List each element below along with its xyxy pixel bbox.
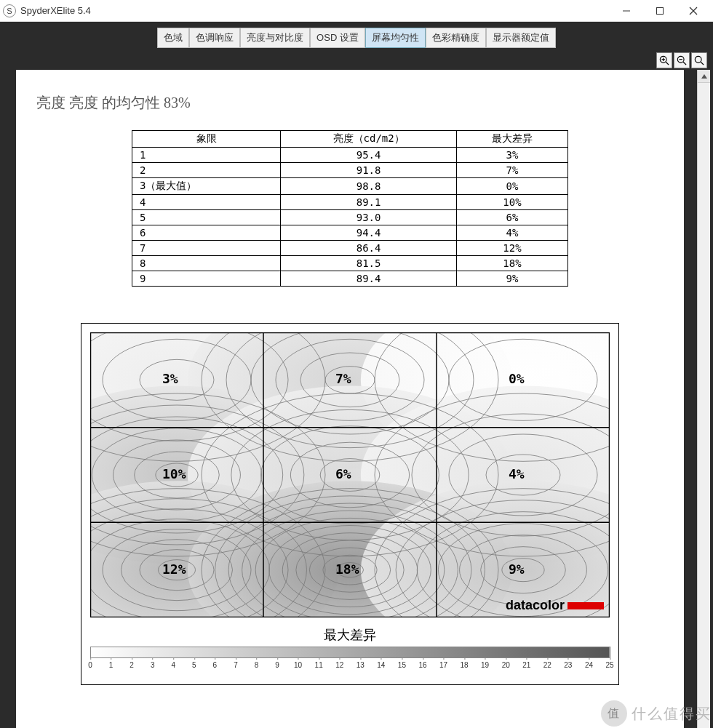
legend-tick: 4 xyxy=(171,661,175,669)
grid-label: 9% xyxy=(509,561,525,577)
table-cell: 94.4 xyxy=(281,225,457,241)
tab-brightness[interactable]: 亮度与对比度 xyxy=(240,28,310,48)
table-cell: 91.8 xyxy=(281,163,457,178)
table-row: 195.43% xyxy=(132,148,568,163)
legend-tick: 3 xyxy=(151,661,155,669)
legend-tick: 15 xyxy=(398,661,406,669)
window-titlebar: S SpyderXElite 5.4 xyxy=(0,0,713,22)
legend-tick: 24 xyxy=(585,661,593,669)
table-cell: 2 xyxy=(132,163,281,178)
legend-tick: 1 xyxy=(109,661,113,669)
table-cell: 81.5 xyxy=(281,256,457,271)
grid-label: 10% xyxy=(162,466,186,481)
legend-tick: 14 xyxy=(377,661,385,669)
legend-tick: 6 xyxy=(213,661,218,669)
svg-marker-82 xyxy=(701,74,707,79)
app-icon: S xyxy=(3,4,16,17)
table-cell: 86.4 xyxy=(281,241,457,256)
table-cell: 1 xyxy=(132,148,281,163)
table-cell: 9% xyxy=(456,271,567,287)
legend-tick: 2 xyxy=(130,661,134,669)
table-cell: 95.4 xyxy=(281,148,457,163)
tab-accuracy[interactable]: 色彩精确度 xyxy=(426,28,486,48)
legend-tick: 7 xyxy=(234,661,238,669)
legend-scale: 0123456789101112131415161718192021222324… xyxy=(90,647,610,676)
table-cell: 7 xyxy=(132,241,281,256)
table-cell: 6% xyxy=(456,210,567,225)
table-cell: 89.1 xyxy=(281,195,457,210)
table-cell: 5 xyxy=(132,210,281,225)
table-row: 694.44% xyxy=(132,225,568,241)
legend-tick: 23 xyxy=(564,661,572,669)
svg-point-11 xyxy=(695,56,701,63)
table-cell: 12% xyxy=(456,241,567,256)
grid-label: 18% xyxy=(335,561,359,577)
legend-tick: 10 xyxy=(294,661,302,669)
table-cell: 89.4 xyxy=(281,271,457,287)
table-row: 489.110% xyxy=(132,195,568,210)
page-title: 亮度 亮度 的均匀性 83% xyxy=(36,93,664,113)
legend-tick: 18 xyxy=(461,661,469,669)
table-cell: 4% xyxy=(456,225,567,241)
table-row: 989.49% xyxy=(132,271,568,287)
table-cell: 98.8 xyxy=(281,178,457,195)
close-button[interactable] xyxy=(677,0,710,22)
vertical-scrollbar[interactable] xyxy=(697,70,710,728)
scroll-up-icon[interactable] xyxy=(698,70,710,83)
table-cell: 4 xyxy=(132,195,281,210)
minimize-button[interactable] xyxy=(610,0,643,22)
legend-tick: 25 xyxy=(605,661,613,669)
legend-tick: 11 xyxy=(315,661,323,669)
uniformity-table: 象限亮度（cd/m2）最大差异 195.43%291.87%3（最大值）98.8… xyxy=(132,130,568,287)
maximize-button[interactable] xyxy=(643,0,677,22)
report-page: 亮度 亮度 的均匀性 83% 象限亮度（cd/m2）最大差异 195.43%29… xyxy=(16,70,684,728)
legend-tick: 9 xyxy=(275,661,279,669)
table-row: 3（最大值）98.80% xyxy=(132,178,568,195)
table-cell: 10% xyxy=(456,195,567,210)
zoom-out-button[interactable] xyxy=(674,52,690,68)
svg-line-12 xyxy=(701,62,704,65)
legend-tick: 16 xyxy=(418,661,426,669)
table-header: 象限 xyxy=(132,131,281,148)
grid-label: 7% xyxy=(335,371,351,386)
table-cell: 93.0 xyxy=(281,210,457,225)
legend-tick: 13 xyxy=(356,661,365,669)
table-cell: 18% xyxy=(456,256,567,271)
table-cell: 3% xyxy=(456,148,567,163)
table-header: 最大差异 xyxy=(456,131,567,148)
table-cell: 7% xyxy=(456,163,567,178)
legend-tick: 12 xyxy=(335,661,343,669)
svg-line-9 xyxy=(683,62,686,65)
window-title: SpyderXElite 5.4 xyxy=(20,5,610,16)
legend-tick: 20 xyxy=(502,661,510,669)
table-cell: 6 xyxy=(132,225,281,241)
grid-label: 3% xyxy=(162,371,178,386)
legend-tick: 22 xyxy=(543,661,551,669)
tab-uniformity[interactable]: 屏幕均匀性 xyxy=(365,28,426,48)
tab-rating[interactable]: 显示器额定值 xyxy=(486,28,556,48)
legend-tick: 0 xyxy=(88,661,92,669)
table-cell: 9 xyxy=(132,271,281,287)
table-row: 786.412% xyxy=(132,241,568,256)
table-cell: 0% xyxy=(456,178,567,195)
legend-tick: 19 xyxy=(481,661,489,669)
legend-title: 最大差异 xyxy=(90,626,610,644)
svg-rect-1 xyxy=(657,7,664,14)
table-row: 291.87% xyxy=(132,163,568,178)
zoom-fit-button[interactable] xyxy=(691,52,707,68)
contour-chart: datacolor 3%7%0%10%6%4%12%18%9% 最大差异 012… xyxy=(81,323,619,685)
grid-label: 0% xyxy=(509,371,525,386)
svg-line-5 xyxy=(666,62,669,65)
legend-tick: 8 xyxy=(255,661,259,669)
tab-bar: 色域色调响应亮度与对比度OSD 设置屏幕均匀性色彩精确度显示器额定值 xyxy=(3,25,710,51)
table-header: 亮度（cd/m2） xyxy=(281,131,457,148)
brand-logo: datacolor xyxy=(506,598,604,613)
watermark-text: 什么值得买 xyxy=(632,704,712,724)
legend-tick: 5 xyxy=(192,661,196,669)
legend-tick: 21 xyxy=(522,661,530,669)
watermark: 值 什么值得买 xyxy=(601,700,712,727)
tab-tone[interactable]: 色调响应 xyxy=(189,28,240,48)
tab-osd[interactable]: OSD 设置 xyxy=(310,28,365,48)
tab-gamut[interactable]: 色域 xyxy=(157,28,189,48)
zoom-in-button[interactable] xyxy=(656,52,672,68)
